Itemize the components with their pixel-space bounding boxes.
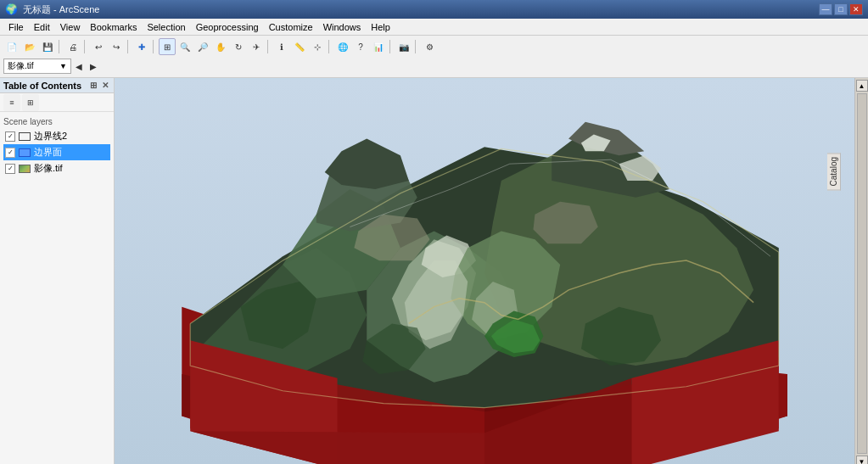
window-title: 无标题 - ArcScene (23, 3, 819, 16)
zoom-in-button[interactable]: 🔍 (176, 38, 193, 55)
save-button[interactable]: 💾 (39, 38, 56, 55)
catalog-tab[interactable]: Catalog (827, 153, 841, 190)
toolbar-row-2: 影像.tif ▼ ◀ ▶ (3, 57, 865, 75)
terrain-container (115, 78, 854, 464)
settings-button[interactable]: ⚙ (421, 38, 438, 55)
toc-panel: Table of Contents ⊞ ✕ ≡ ⊞ Scene layers 边… (0, 78, 115, 464)
layer-name-2: 边界面 (34, 146, 62, 159)
layer-icon-3 (19, 165, 31, 173)
zoom-out-button[interactable]: 🔎 (194, 38, 211, 55)
sep3 (127, 40, 131, 53)
info-button[interactable]: 📊 (370, 38, 387, 55)
sep4 (153, 40, 156, 53)
minimize-button[interactable]: — (819, 3, 832, 15)
identify-button[interactable]: ℹ (273, 38, 290, 55)
help-button[interactable]: ? (352, 38, 369, 55)
sep8 (415, 40, 418, 53)
sep1 (59, 40, 62, 53)
toc-list-view-button[interactable]: ≡ (3, 94, 20, 111)
toc-layer-boundary-line[interactable]: 边界线2 (3, 128, 110, 144)
right-scrollbar: ▲ ▼ (854, 78, 868, 464)
nav-3d-button[interactable]: ◀ (72, 58, 86, 75)
layer-checkbox-3[interactable] (5, 164, 15, 174)
select-button[interactable]: ⊹ (309, 38, 326, 55)
toc-toolbar: ≡ ⊞ (0, 93, 114, 112)
toc-close-button[interactable]: ✕ (100, 81, 110, 90)
toc-body: Scene layers 边界线2 边界面 影像.tif (0, 112, 114, 464)
menu-customize[interactable]: Customize (264, 20, 318, 34)
menu-file[interactable]: File (3, 20, 29, 34)
menu-windows[interactable]: Windows (318, 20, 367, 34)
close-button[interactable]: ✕ (849, 3, 863, 15)
open-button[interactable]: 📂 (21, 38, 38, 55)
menu-help[interactable]: Help (366, 20, 395, 34)
sep6 (328, 40, 332, 53)
toolbar-row-1: 📄 📂 💾 🖨 ↩ ↪ ✚ ⊞ 🔍 🔎 ✋ ↻ ✈ ℹ 📏 ⊹ 🌐 ? 📊 📷 … (3, 37, 865, 56)
pan-button[interactable]: ✋ (212, 38, 229, 55)
window-controls: — □ ✕ (819, 3, 863, 15)
sep7 (389, 40, 393, 53)
menu-view[interactable]: View (55, 20, 86, 34)
toc-title: Table of Contents (3, 81, 81, 91)
layer-dropdown-value: 影像.tif (8, 60, 34, 72)
maximize-button[interactable]: □ (834, 3, 848, 15)
sep5 (267, 40, 271, 53)
toc-props-button[interactable]: ⊞ (22, 94, 39, 111)
menu-bookmarks[interactable]: Bookmarks (85, 20, 142, 34)
main-content: Table of Contents ⊞ ✕ ≡ ⊞ Scene layers 边… (0, 78, 868, 464)
layer-name-1: 边界线2 (34, 130, 67, 143)
scroll-track (857, 93, 867, 454)
undo-button[interactable]: ↩ (90, 38, 107, 55)
layer-icon-2 (19, 148, 31, 157)
app-icon: 🌍 (5, 3, 18, 15)
menubar: File Edit View Bookmarks Selection Geopr… (0, 19, 868, 36)
toc-header: Table of Contents ⊞ ✕ (0, 78, 114, 93)
map-area[interactable]: Catalog (115, 78, 854, 464)
sep2 (84, 40, 87, 53)
redo-button[interactable]: ↪ (108, 38, 125, 55)
add-data-button[interactable]: ✚ (133, 38, 150, 55)
earth-button[interactable]: 🌐 (334, 38, 351, 55)
fly-button[interactable]: ✈ (248, 38, 265, 55)
toc-header-buttons: ⊞ ✕ (88, 81, 110, 90)
layer-name-3: 影像.tif (34, 162, 63, 175)
terrain-svg (115, 78, 854, 464)
toolbar-area: 📄 📂 💾 🖨 ↩ ↪ ✚ ⊞ 🔍 🔎 ✋ ↻ ✈ ℹ 📏 ⊹ 🌐 ? 📊 📷 … (0, 36, 868, 78)
new-button[interactable]: 📄 (3, 38, 20, 55)
scroll-down-button[interactable]: ▼ (856, 456, 868, 464)
titlebar: 🌍 无标题 - ArcScene — □ ✕ (0, 0, 868, 19)
menu-edit[interactable]: Edit (29, 20, 55, 34)
layer-checkbox-2[interactable] (5, 148, 15, 158)
toc-pin-button[interactable]: ⊞ (88, 81, 98, 90)
camera-button[interactable]: 📷 (395, 38, 412, 55)
print-button[interactable]: 🖨 (64, 38, 81, 55)
toc-layer-raster[interactable]: 影像.tif (3, 160, 110, 176)
zoom-3d-button[interactable]: ▶ (87, 58, 100, 75)
layer-dropdown[interactable]: 影像.tif ▼ (3, 59, 71, 74)
zoom-full-button[interactable]: ⊞ (159, 38, 176, 55)
scene-layers-label: Scene layers (3, 115, 110, 128)
toc-layer-boundary-area[interactable]: 边界面 (3, 144, 110, 160)
layer-checkbox-1[interactable] (5, 131, 15, 142)
layer-icon-1 (19, 132, 31, 141)
measure-button[interactable]: 📏 (291, 38, 308, 55)
scroll-up-button[interactable]: ▲ (856, 80, 868, 92)
orbit-button[interactable]: ↻ (230, 38, 247, 55)
menu-geoprocessing[interactable]: Geoprocessing (191, 20, 264, 34)
menu-selection[interactable]: Selection (142, 20, 190, 34)
